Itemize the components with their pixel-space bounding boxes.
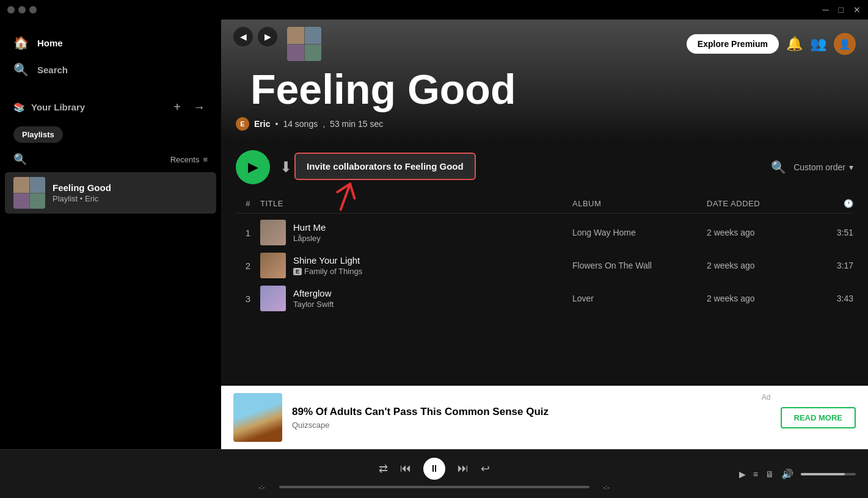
recents-label[interactable]: Recents ≡ xyxy=(170,155,208,164)
playlist-item-feeling-good[interactable]: Feeling Good Playlist • Eric xyxy=(5,172,216,214)
track-album-1[interactable]: Long Way Home xyxy=(572,228,707,237)
player-progress: -:- -:- xyxy=(251,483,618,491)
close-button[interactable]: ✕ xyxy=(853,5,861,15)
queue-button[interactable]: ≡ xyxy=(753,469,758,479)
main-content: ◀ ▶ Explore Premium 🔔 👥 👤 xyxy=(221,20,868,449)
controls-right: 🔍 Custom order ▾ xyxy=(771,160,853,175)
ad-image-content xyxy=(233,393,282,442)
search-icon: 🔍 xyxy=(13,62,29,77)
meta-separator-2: , xyxy=(323,119,325,129)
track-row[interactable]: 1 Hurt Me Låpsley Long Way Home 2 weeks … xyxy=(236,216,853,249)
user-avatar-button[interactable]: 👤 xyxy=(834,33,856,55)
sidebar: 🏠 Home 🔍 Search 📚 Your Library + → xyxy=(0,20,221,449)
playlist-info: Feeling Good Playlist • Eric xyxy=(53,182,208,203)
maximize-button[interactable]: □ xyxy=(839,5,844,15)
repeat-button[interactable]: ↩ xyxy=(481,462,490,475)
minimize-button[interactable]: ─ xyxy=(823,5,829,15)
nav-thumb-cell-3 xyxy=(287,45,304,62)
header-right-controls: Explore Premium 🔔 👥 👤 xyxy=(687,33,856,55)
library-search-icon[interactable]: 🔍 xyxy=(13,153,27,166)
playlists-filter: Playlists xyxy=(5,121,216,148)
sidebar-item-home-label: Home xyxy=(37,38,63,48)
play-button[interactable]: ▶ xyxy=(236,150,270,184)
library-header: 📚 Your Library + → xyxy=(5,93,216,121)
volume-icon[interactable]: 🔊 xyxy=(781,468,793,480)
track-album-2[interactable]: Flowers On The Wall xyxy=(572,261,707,270)
window-controls: ─ □ ✕ xyxy=(823,5,861,15)
progress-bar[interactable] xyxy=(279,486,589,488)
recents-text: Recents xyxy=(170,155,200,164)
playlist-meta-row: E Eric • 14 songs , 53 min 15 sec xyxy=(221,112,868,140)
player-right-controls: ▶ ≡ 🖥 🔊 xyxy=(739,468,856,480)
playlists-filter-button[interactable]: Playlists xyxy=(13,126,63,143)
track-search-button[interactable]: 🔍 xyxy=(771,160,786,175)
download-button[interactable]: ⬇ xyxy=(280,159,292,176)
track-album-3[interactable]: Lover xyxy=(572,294,707,303)
playlist-title-area: Feeling Good xyxy=(221,68,868,110)
your-library-btn[interactable]: 📚 Your Library xyxy=(13,102,85,113)
pause-button[interactable]: ⏸ xyxy=(423,458,445,480)
thumb-cell-2 xyxy=(30,177,46,193)
app-body: 🏠 Home 🔍 Search 📚 Your Library + → xyxy=(0,20,868,449)
ad-label: Ad xyxy=(762,393,771,402)
previous-button[interactable]: ⏮ xyxy=(400,462,411,475)
playlist-header: ◀ ▶ Explore Premium 🔔 👥 👤 xyxy=(221,20,868,140)
nav-thumb-cell-2 xyxy=(305,27,322,44)
sidebar-item-search[interactable]: 🔍 Search xyxy=(5,56,216,83)
track-date-2: 2 weeks ago xyxy=(707,261,804,270)
track-row[interactable]: 3 Afterglow Taylor Swift Lover 2 weeks a… xyxy=(236,282,853,315)
nav-thumb-cell-4 xyxy=(305,45,322,62)
playlist-name: Feeling Good xyxy=(53,182,208,193)
dot-1 xyxy=(7,6,15,13)
col-header-title: Title xyxy=(260,199,572,208)
track-num-3: 3 xyxy=(236,294,260,304)
track-num-1: 1 xyxy=(236,228,260,238)
explore-premium-button[interactable]: Explore Premium xyxy=(687,34,779,54)
sidebar-item-search-label: Search xyxy=(37,65,68,75)
col-header-num: # xyxy=(236,199,260,208)
player-controls: ⇄ ⏮ ⏸ ⏭ ↩ -:- -:- xyxy=(12,458,856,491)
explicit-badge: E xyxy=(293,268,302,275)
custom-order-button[interactable]: Custom order ▾ xyxy=(793,162,853,172)
shuffle-button[interactable]: ⇄ xyxy=(379,462,388,475)
notification-bell-button[interactable]: 🔔 xyxy=(786,36,803,52)
track-row[interactable]: 2 Shine Your Light E Family of Things Fl… xyxy=(236,249,853,282)
song-count: 14 songs xyxy=(283,119,318,129)
volume-bar[interactable] xyxy=(801,473,856,475)
player-buttons: ⇄ ⏮ ⏸ ⏭ ↩ xyxy=(379,458,490,480)
track-text-2: Shine Your Light E Family of Things xyxy=(293,255,362,276)
track-info-3: Afterglow Taylor Swift xyxy=(260,286,572,311)
ad-cta-button[interactable]: READ MORE xyxy=(781,407,856,428)
library-icon: 📚 xyxy=(13,102,25,113)
duration-clock-icon: 🕐 xyxy=(844,199,854,208)
forward-button[interactable]: ▶ xyxy=(258,27,277,46)
track-art-3 xyxy=(260,286,286,311)
add-library-button[interactable]: + xyxy=(171,98,183,117)
back-button[interactable]: ◀ xyxy=(233,27,253,46)
controls-row: ▶ ⬇ ••• Invite collaborators to Feeling … xyxy=(221,140,868,194)
friends-activity-button[interactable]: 👥 xyxy=(810,36,826,52)
dot-3 xyxy=(29,6,37,13)
track-artist-3: Taylor Swift xyxy=(293,300,334,309)
owner-name: Eric xyxy=(254,119,270,129)
track-date-1: 2 weeks ago xyxy=(707,228,804,237)
window-dots xyxy=(7,6,37,13)
now-playing-button[interactable]: ▶ xyxy=(739,469,746,479)
track-art-1 xyxy=(260,220,286,245)
col-header-album: Album xyxy=(572,199,707,208)
tooltip-overlay: Invite collaborators to Feeling Good xyxy=(294,153,476,180)
devices-button[interactable]: 🖥 xyxy=(765,469,774,479)
next-button[interactable]: ⏭ xyxy=(458,462,469,475)
playlist-duration: 53 min 15 sec xyxy=(330,119,383,129)
player-bar: ⇄ ⏮ ⏸ ⏭ ↩ -:- -:- ▶ ≡ 🖥 🔊 xyxy=(0,449,868,498)
library-label: Your Library xyxy=(31,102,85,112)
progress-time-start: -:- xyxy=(251,483,273,491)
track-list: # Title Album Date added 🕐 1 Hurt Me Låp… xyxy=(221,194,868,386)
titlebar: ─ □ ✕ xyxy=(0,0,868,20)
library-section: 📚 Your Library + → Playlists 🔍 Recents ≡ xyxy=(0,93,221,215)
sidebar-item-home[interactable]: 🏠 Home xyxy=(5,29,216,56)
expand-library-button[interactable]: → xyxy=(191,98,208,117)
recents-list-icon: ≡ xyxy=(203,155,208,164)
tooltip-box: Invite collaborators to Feeling Good xyxy=(294,153,476,180)
thumb-cell-1 xyxy=(13,177,29,193)
